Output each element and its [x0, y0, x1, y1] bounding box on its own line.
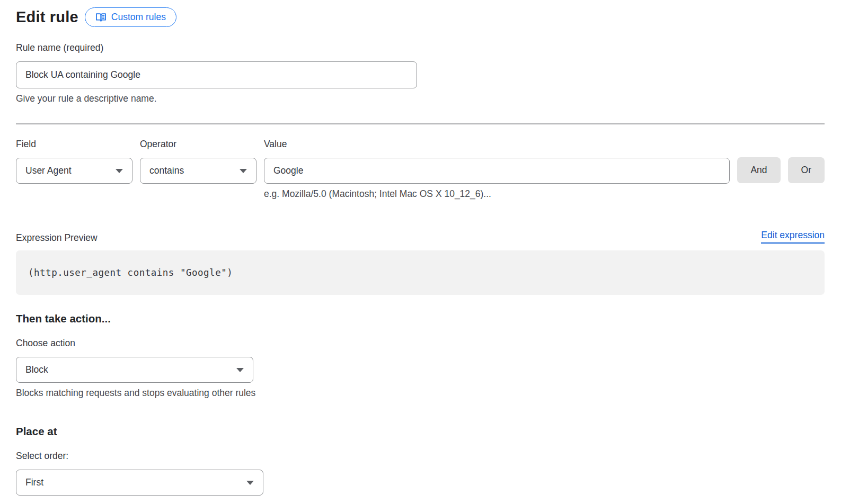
action-select[interactable]: Block	[16, 357, 253, 383]
chevron-down-icon	[240, 169, 247, 173]
expression-preview-code: (http.user_agent contains "Google")	[16, 250, 825, 295]
placement-section: Place at Select order: First	[16, 425, 825, 496]
and-button-wrap: And	[737, 139, 780, 183]
rule-name-label: Rule name (required)	[16, 42, 825, 53]
edit-expression-link[interactable]: Edit expression	[761, 230, 825, 244]
value-helper: e.g. Mozilla/5.0 (Macintosh; Intel Mac O…	[264, 188, 730, 200]
chevron-down-icon	[116, 169, 123, 173]
operator-select[interactable]: contains	[140, 158, 256, 184]
action-section: Then take action... Choose action Block …	[16, 312, 825, 399]
choose-action-label: Choose action	[16, 338, 825, 349]
expression-preview-label: Expression Preview	[16, 232, 98, 244]
select-order-label: Select order:	[16, 451, 825, 462]
or-button-wrap: Or	[788, 139, 825, 183]
operator-column: Operator contains	[140, 139, 256, 184]
expression-preview-section: Expression Preview Edit expression (http…	[16, 230, 825, 295]
value-label: Value	[264, 139, 730, 150]
rule-name-helper: Give your rule a descriptive name.	[16, 93, 825, 104]
field-column: Field User Agent	[16, 139, 132, 184]
place-at-heading: Place at	[16, 425, 825, 438]
value-column: Value e.g. Mozilla/5.0 (Macintosh; Intel…	[264, 139, 730, 200]
action-heading: Then take action...	[16, 312, 825, 325]
custom-rules-button-label: Custom rules	[111, 12, 166, 23]
page-header: Edit rule Custom rules	[16, 7, 825, 27]
expression-code-text: (http.user_agent contains "Google")	[28, 267, 233, 278]
or-button[interactable]: Or	[788, 157, 825, 183]
page-title: Edit rule	[16, 8, 78, 26]
open-book-icon	[95, 13, 107, 22]
rule-name-section: Rule name (required) Give your rule a de…	[16, 42, 825, 104]
expression-builder-row: Field User Agent Operator contains Value…	[16, 139, 825, 200]
order-select-value: First	[25, 477, 43, 488]
action-helper: Blocks matching requests and stops evalu…	[16, 388, 825, 399]
operator-select-value: contains	[149, 165, 184, 176]
chevron-down-icon	[236, 368, 244, 372]
field-select-value: User Agent	[25, 165, 72, 176]
section-divider	[16, 123, 825, 124]
order-select[interactable]: First	[16, 470, 263, 496]
rule-name-input[interactable]	[16, 61, 417, 88]
value-input[interactable]	[264, 158, 730, 184]
action-select-value: Block	[25, 364, 48, 375]
operator-label: Operator	[140, 139, 256, 150]
and-button[interactable]: And	[737, 157, 780, 183]
expression-preview-header: Expression Preview Edit expression	[16, 230, 825, 244]
chevron-down-icon	[246, 481, 254, 485]
edit-rule-page: Edit rule Custom rules Rule name (requir…	[0, 0, 841, 504]
field-label: Field	[16, 139, 132, 150]
field-select[interactable]: User Agent	[16, 158, 132, 184]
custom-rules-button[interactable]: Custom rules	[85, 7, 176, 27]
